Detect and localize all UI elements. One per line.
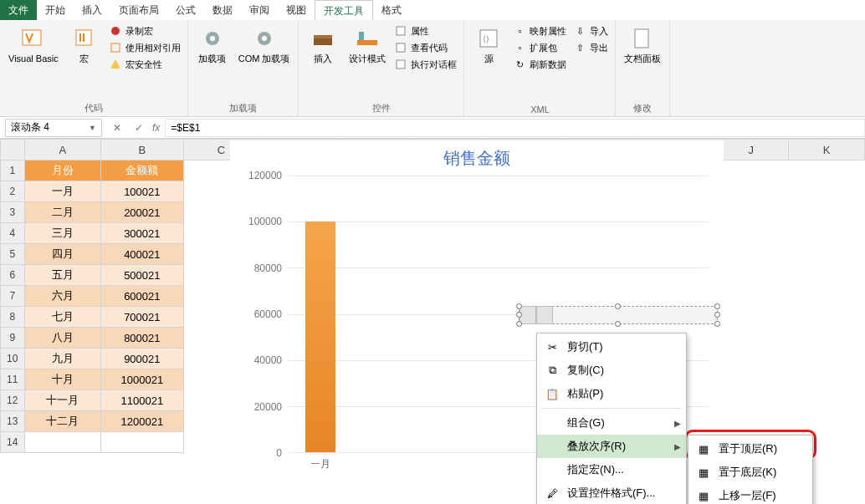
cell[interactable]: 100021 <box>100 181 183 202</box>
row-header[interactable]: 3 <box>1 202 25 223</box>
panel-icon <box>629 25 656 52</box>
refresh-data-button[interactable]: ↻刷新数据 <box>511 57 568 72</box>
dialog-icon <box>394 58 407 71</box>
menu-paste[interactable]: 📋粘贴(P) <box>537 382 686 405</box>
row-header[interactable]: 1 <box>1 160 25 181</box>
row-header[interactable]: 11 <box>1 369 25 390</box>
doc-panel-button[interactable]: 文档面板 <box>621 23 664 66</box>
tab-view[interactable]: 视图 <box>278 0 315 20</box>
tab-home[interactable]: 开始 <box>37 0 74 20</box>
addins-button[interactable]: 加载项 <box>193 23 232 66</box>
cell[interactable]: 十一月 <box>24 390 100 411</box>
col-header[interactable]: A <box>24 140 100 160</box>
cell[interactable]: 300021 <box>100 223 183 244</box>
menu-assign-macro[interactable]: 指定宏(N)... <box>537 458 686 481</box>
cell[interactable]: 六月 <box>24 286 100 307</box>
formula-input[interactable] <box>165 119 865 137</box>
cell[interactable] <box>100 432 183 453</box>
cell[interactable]: 九月 <box>24 349 100 369</box>
cell[interactable]: 八月 <box>24 328 100 349</box>
scrollbar-form-control[interactable] <box>519 306 718 324</box>
menu-copy[interactable]: ⧉复制(C) <box>537 359 686 382</box>
macro-security-button[interactable]: 宏安全性 <box>107 57 182 72</box>
run-dialog-button[interactable]: 执行对话框 <box>392 57 458 72</box>
tab-file[interactable]: 文件 <box>0 0 37 20</box>
tab-data[interactable]: 数据 <box>204 0 241 20</box>
menu-order[interactable]: 叠放次序(R)▶ <box>537 435 686 458</box>
row-header[interactable]: 2 <box>1 181 25 202</box>
col-header[interactable]: B <box>100 140 183 160</box>
tab-layout[interactable]: 页面布局 <box>110 0 167 20</box>
row-header[interactable]: 7 <box>1 286 25 307</box>
cell[interactable]: 十月 <box>24 369 100 390</box>
menu-separator <box>542 408 681 409</box>
send-back-icon: ▦ <box>695 465 712 480</box>
menu-cut[interactable]: ✂剪切(T) <box>537 335 686 359</box>
cell[interactable]: 1200021 <box>100 411 183 432</box>
tab-insert[interactable]: 插入 <box>74 0 110 20</box>
tab-formula[interactable]: 公式 <box>167 0 204 20</box>
properties-button[interactable]: 属性 <box>392 23 458 38</box>
svg-point-9 <box>262 36 267 41</box>
name-box[interactable]: 滚动条 4▼ <box>5 119 102 137</box>
cell[interactable]: 七月 <box>24 307 100 328</box>
cell[interactable]: 三月 <box>24 223 100 244</box>
cell[interactable]: 1100021 <box>100 390 183 411</box>
tab-format[interactable]: 格式 <box>373 0 410 20</box>
relative-ref-button[interactable]: 使用相对引用 <box>107 40 182 55</box>
insert-control-button[interactable]: 插入 <box>304 23 342 66</box>
export-button[interactable]: ⇧导出 <box>571 40 610 55</box>
cell[interactable]: 金额额 <box>100 160 183 181</box>
export-icon: ⇧ <box>573 41 586 54</box>
xml-source-button[interactable]: ⟨⟩源 <box>469 23 508 66</box>
cell[interactable]: 一月 <box>24 181 100 202</box>
confirm-formula-button[interactable]: ✓ <box>129 119 149 137</box>
cell[interactable]: 二月 <box>24 202 100 223</box>
cell[interactable]: 900021 <box>100 349 183 369</box>
map-props-button[interactable]: ▫映射属性 <box>511 23 568 38</box>
cell[interactable]: 500021 <box>100 265 183 286</box>
cell[interactable]: 四月 <box>24 244 100 265</box>
macro-button[interactable]: 宏 <box>65 23 104 66</box>
tab-developer[interactable]: 开发工具 <box>315 0 373 20</box>
row-header[interactable]: 8 <box>1 307 25 328</box>
col-header[interactable]: J <box>714 140 789 160</box>
col-header[interactable]: K <box>789 140 865 160</box>
row-header[interactable]: 14 <box>1 432 25 453</box>
cell[interactable]: 五月 <box>24 265 100 286</box>
row-header[interactable]: 13 <box>1 411 25 432</box>
row-header[interactable]: 12 <box>1 390 25 411</box>
menu-format-control[interactable]: 🖉设置控件格式(F)... <box>537 481 686 504</box>
row-header[interactable]: 10 <box>1 349 25 369</box>
menu-bring-front[interactable]: ▦置于顶层(R) <box>688 437 812 461</box>
cell[interactable]: 400021 <box>100 244 183 265</box>
row-header[interactable]: 4 <box>1 223 25 244</box>
expansion-pack-button[interactable]: ▫扩展包 <box>511 40 568 55</box>
cell[interactable]: 700021 <box>100 307 183 328</box>
cell[interactable]: 800021 <box>100 328 183 349</box>
cell[interactable]: 十二月 <box>24 411 100 432</box>
row-header[interactable]: 9 <box>1 328 25 349</box>
record-macro-button[interactable]: 录制宏 <box>107 23 182 38</box>
menu-send-back[interactable]: ▦置于底层(K) <box>688 461 812 484</box>
svg-rect-12 <box>357 40 377 45</box>
menu-group[interactable]: 组合(G)▶ <box>537 411 686 435</box>
cell[interactable]: 200021 <box>100 202 183 223</box>
design-mode-button[interactable]: 设计模式 <box>345 23 389 66</box>
com-addins-button[interactable]: COM 加载项 <box>235 23 294 66</box>
import-button[interactable]: ⇩导入 <box>571 23 610 38</box>
tab-review[interactable]: 审阅 <box>241 0 278 20</box>
cancel-formula-button[interactable]: ✕ <box>107 119 127 137</box>
cell[interactable] <box>24 432 100 453</box>
formula-bar: 滚动条 4▼ ✕ ✓ fx <box>0 117 865 139</box>
svg-rect-11 <box>314 35 332 38</box>
visual-basic-button[interactable]: Visual Basic <box>5 23 62 66</box>
cell[interactable]: 1000021 <box>100 369 183 390</box>
cell[interactable]: 600021 <box>100 286 183 307</box>
select-all-corner[interactable] <box>1 140 25 160</box>
view-code-button[interactable]: 查看代码 <box>392 40 458 55</box>
row-header[interactable]: 5 <box>1 244 25 265</box>
row-header[interactable]: 6 <box>1 265 25 286</box>
cell[interactable]: 月份 <box>24 160 100 181</box>
menu-bring-forward[interactable]: ▦上移一层(F) <box>688 484 812 504</box>
